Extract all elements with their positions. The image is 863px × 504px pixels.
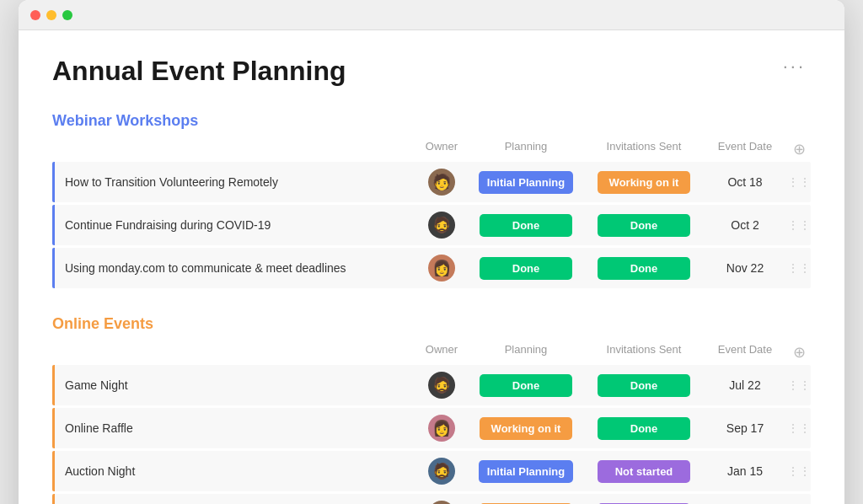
planning-badge[interactable]: Initial Planning bbox=[479, 171, 573, 194]
planning-badge[interactable]: Working on it bbox=[480, 417, 572, 440]
table-header-webinar: Owner Planning Invitations Sent Event Da… bbox=[52, 140, 811, 162]
row-date: Oct 18 bbox=[703, 175, 787, 189]
table-row: Online Gala 🧑 Working on it Not started … bbox=[52, 494, 811, 504]
row-owner: 🧔 bbox=[416, 212, 467, 239]
drag-handle-icon: ⋮⋮ bbox=[787, 378, 811, 392]
row-invitations[interactable]: Done bbox=[585, 417, 703, 440]
planning-badge[interactable]: Done bbox=[480, 257, 572, 280]
section-title-online: Online Events bbox=[52, 315, 811, 333]
table-row: Using monday.com to communicate & meet d… bbox=[52, 248, 811, 288]
row-action: ⋮⋮ bbox=[787, 175, 811, 189]
avatar: 🧔 bbox=[428, 458, 455, 485]
row-action: ⋮⋮ bbox=[787, 464, 811, 478]
planning-badge[interactable]: Done bbox=[480, 374, 572, 397]
section-title-webinar: Webinar Workshops bbox=[52, 112, 811, 130]
row-date: Nov 22 bbox=[703, 261, 787, 275]
col-header-planning: Planning bbox=[467, 140, 585, 158]
avatar: 👩 bbox=[428, 255, 455, 281]
page-title: Annual Event Planning bbox=[52, 56, 346, 87]
avatar: 🧔 bbox=[428, 372, 455, 399]
avatar: 🧔 bbox=[428, 212, 455, 239]
more-options-button[interactable]: ··· bbox=[778, 56, 811, 78]
drag-handle-icon: ⋮⋮ bbox=[787, 464, 811, 478]
row-name: Game Night bbox=[65, 378, 416, 392]
row-invitations[interactable]: Done bbox=[585, 374, 703, 397]
row-owner: 👩 bbox=[416, 255, 467, 281]
row-action: ⋮⋮ bbox=[787, 261, 811, 275]
maximize-button[interactable] bbox=[62, 10, 72, 20]
row-date: Jul 22 bbox=[703, 378, 787, 392]
row-date: Sep 17 bbox=[703, 421, 787, 435]
col-header-date: Event Date bbox=[703, 343, 787, 362]
row-name: How to Transition Volunteering Remotely bbox=[65, 175, 416, 189]
invitations-badge[interactable]: Done bbox=[598, 417, 690, 440]
planning-badge[interactable]: Done bbox=[480, 214, 572, 237]
add-row-button[interactable]: ⊕ bbox=[787, 343, 811, 362]
planning-badge[interactable]: Initial Planning bbox=[479, 460, 573, 483]
row-date: Jan 15 bbox=[703, 464, 787, 478]
drag-handle-icon: ⋮⋮ bbox=[787, 175, 811, 189]
sections-container: Webinar Workshops Owner Planning Invitat… bbox=[52, 112, 811, 504]
row-owner: 🧑 bbox=[416, 169, 467, 196]
close-button[interactable] bbox=[30, 10, 40, 20]
row-owner: 🧔 bbox=[416, 372, 467, 399]
invitations-badge[interactable]: Working on it bbox=[598, 171, 690, 194]
row-owner: 🧔 bbox=[416, 458, 467, 485]
add-row-button[interactable]: ⊕ bbox=[787, 140, 811, 158]
row-invitations[interactable]: Working on it bbox=[585, 171, 703, 194]
table-row: Continue Fundraising during COVID-19 🧔 D… bbox=[52, 205, 811, 245]
table-row: How to Transition Volunteering Remotely … bbox=[52, 162, 811, 202]
invitations-badge[interactable]: Done bbox=[598, 257, 690, 280]
row-name: Using monday.com to communicate & meet d… bbox=[65, 261, 416, 275]
row-action: ⋮⋮ bbox=[787, 218, 811, 232]
col-header-owner: Owner bbox=[416, 140, 467, 158]
row-date: Oct 2 bbox=[703, 218, 787, 232]
row-invitations[interactable]: Done bbox=[585, 257, 703, 280]
avatar: 👩 bbox=[428, 415, 455, 442]
col-header-name bbox=[62, 343, 416, 362]
col-header-owner: Owner bbox=[416, 343, 467, 362]
row-action: ⋮⋮ bbox=[787, 378, 811, 392]
row-owner: 👩 bbox=[416, 415, 467, 442]
minimize-button[interactable] bbox=[46, 10, 56, 20]
section-online: Online Events Owner Planning Invitations… bbox=[52, 315, 811, 504]
row-planning[interactable]: Done bbox=[467, 214, 585, 237]
row-planning[interactable]: Done bbox=[467, 374, 585, 397]
table-header-online: Owner Planning Invitations Sent Event Da… bbox=[52, 343, 811, 365]
row-planning[interactable]: Working on it bbox=[467, 417, 585, 440]
titlebar bbox=[19, 0, 844, 30]
row-name: Auction Night bbox=[65, 464, 416, 478]
row-planning[interactable]: Initial Planning bbox=[467, 460, 585, 483]
drag-handle-icon: ⋮⋮ bbox=[787, 261, 811, 275]
section-webinar: Webinar Workshops Owner Planning Invitat… bbox=[52, 112, 811, 288]
col-header-name bbox=[62, 140, 416, 158]
main-window: Annual Event Planning ··· Webinar Worksh… bbox=[19, 0, 844, 504]
avatar: 🧑 bbox=[428, 169, 455, 196]
avatar: 🧑 bbox=[428, 501, 455, 504]
row-action: ⋮⋮ bbox=[787, 421, 811, 435]
drag-handle-icon: ⋮⋮ bbox=[787, 421, 811, 435]
table-row: Auction Night 🧔 Initial Planning Not sta… bbox=[52, 451, 811, 491]
content-area: Annual Event Planning ··· Webinar Worksh… bbox=[19, 30, 844, 504]
invitations-badge[interactable]: Done bbox=[598, 374, 690, 397]
drag-handle-icon: ⋮⋮ bbox=[787, 218, 811, 232]
col-header-date: Event Date bbox=[703, 140, 787, 158]
invitations-badge[interactable]: Not started bbox=[598, 460, 690, 483]
row-planning[interactable]: Done bbox=[467, 257, 585, 280]
col-header-invitations: Invitations Sent bbox=[585, 343, 703, 362]
invitations-badge[interactable]: Done bbox=[598, 214, 690, 237]
page-header: Annual Event Planning ··· bbox=[52, 56, 811, 87]
col-header-planning: Planning bbox=[467, 343, 585, 362]
row-name: Online Raffle bbox=[65, 421, 416, 435]
row-invitations[interactable]: Done bbox=[585, 214, 703, 237]
row-owner: 🧑 bbox=[416, 501, 467, 504]
table-row: Online Raffle 👩 Working on it Done Sep 1… bbox=[52, 408, 811, 448]
row-invitations[interactable]: Not started bbox=[585, 460, 703, 483]
row-planning[interactable]: Initial Planning bbox=[467, 171, 585, 194]
table-row: Game Night 🧔 Done Done Jul 22 ⋮⋮ bbox=[52, 365, 811, 405]
col-header-invitations: Invitations Sent bbox=[585, 140, 703, 158]
row-name: Continue Fundraising during COVID-19 bbox=[65, 218, 416, 232]
